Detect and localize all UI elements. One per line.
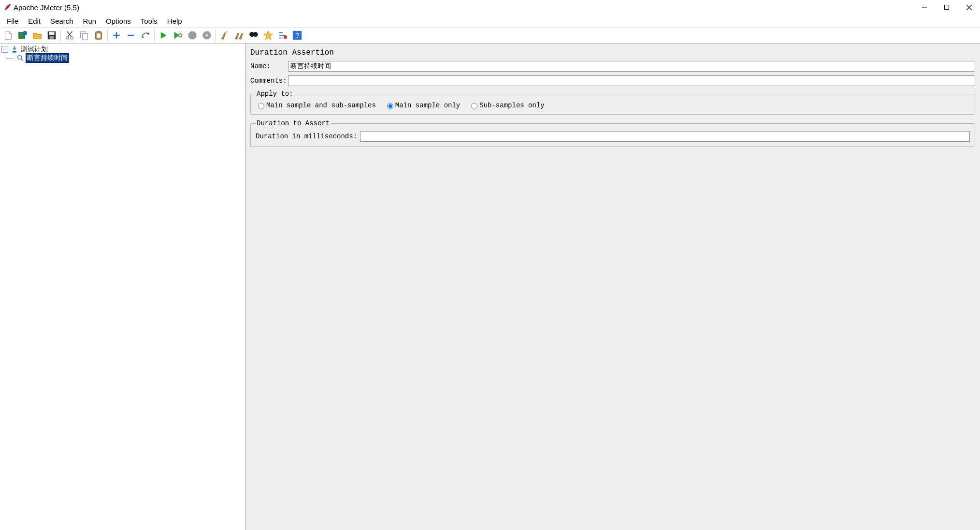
duration-fieldset: Duration to Assert Duration in milliseco… (250, 119, 975, 147)
assertion-icon (16, 54, 25, 62)
close-button[interactable] (958, 0, 980, 15)
save-icon[interactable] (45, 29, 58, 42)
svg-point-22 (142, 36, 144, 38)
duration-label: Duration in milliseconds: (256, 132, 357, 140)
minimize-button[interactable] (913, 0, 936, 15)
duration-legend: Duration to Assert (256, 119, 331, 127)
menu-edit[interactable]: Edit (23, 16, 45, 26)
clear-icon[interactable] (218, 29, 231, 42)
toolbar-separator (60, 29, 61, 41)
duration-row: Duration in milliseconds: (256, 131, 970, 142)
toolbar: ? (0, 27, 980, 44)
menubar: File Edit Search Run Options Tools Help (0, 15, 980, 27)
start-icon[interactable] (157, 29, 170, 42)
apply-to-options: Main sample and sub-samples Main sample … (256, 102, 970, 109)
collapse-icon[interactable]: − (1, 46, 8, 53)
comments-row: Comments: (250, 75, 975, 86)
stop-icon[interactable] (186, 29, 199, 42)
tree-branch-icon (4, 54, 15, 62)
menu-tools[interactable]: Tools (136, 16, 162, 26)
shutdown-icon[interactable] (200, 29, 214, 42)
apply-to-label-0: Main sample and sub-samples (266, 102, 376, 109)
app-feather-icon (4, 3, 12, 11)
tree-root-label[interactable]: 测试计划 (20, 45, 49, 54)
search-icon[interactable] (247, 29, 260, 42)
open-icon[interactable] (30, 29, 44, 42)
start-no-pauses-icon[interactable] (171, 29, 185, 42)
svg-marker-27 (188, 31, 197, 40)
name-label: Name: (250, 62, 288, 70)
apply-to-fieldset: Apply to: Main sample and sub-samples Ma… (250, 90, 975, 115)
svg-rect-8 (49, 32, 55, 35)
main-area: − 测试计划 断言持续时间 Duration Assertion Name: C… (0, 44, 980, 530)
comments-label: Comments: (250, 77, 288, 85)
toolbar-separator (107, 29, 108, 41)
search-reset-icon[interactable] (261, 29, 275, 42)
menu-run[interactable]: Run (78, 16, 101, 26)
comments-input[interactable] (288, 75, 975, 86)
apply-to-radio-0[interactable] (258, 103, 264, 109)
apply-to-label-2: Sub-samples only (479, 102, 544, 109)
svg-rect-18 (97, 33, 100, 38)
name-input[interactable] (288, 61, 975, 72)
templates-icon[interactable] (16, 29, 29, 42)
tree-child-label[interactable]: 断言持续时间 (26, 53, 69, 63)
clear-all-icon[interactable] (232, 29, 246, 42)
apply-to-radio-2[interactable] (471, 103, 477, 109)
apply-to-option-1[interactable]: Main sample only (385, 102, 460, 109)
svg-line-13 (67, 31, 72, 37)
function-helper-icon[interactable] (276, 29, 289, 42)
svg-marker-24 (161, 32, 167, 39)
copy-icon[interactable] (77, 29, 91, 42)
tree-child-row[interactable]: 断言持续时间 (1, 54, 244, 62)
svg-rect-29 (206, 34, 208, 37)
apply-to-label-1: Main sample only (395, 102, 460, 109)
svg-point-26 (179, 34, 182, 37)
svg-point-6 (23, 31, 27, 35)
apply-to-option-0[interactable]: Main sample and sub-samples (256, 102, 376, 109)
paste-icon[interactable] (92, 29, 105, 42)
svg-text:?: ? (295, 31, 299, 39)
titlebar: Apache JMeter (5.5) (0, 0, 980, 15)
svg-point-10 (66, 37, 69, 40)
menu-file[interactable]: File (2, 16, 23, 26)
name-row: Name: (250, 61, 975, 72)
testplan-icon (10, 45, 19, 54)
svg-point-23 (147, 33, 149, 35)
window-title: Apache JMeter (5.5) (14, 3, 913, 12)
add-icon[interactable] (110, 29, 123, 42)
new-icon[interactable] (1, 29, 15, 42)
maximize-button[interactable] (936, 0, 958, 15)
panel-heading: Duration Assertion (250, 48, 975, 57)
menu-options[interactable]: Options (101, 16, 136, 26)
window-controls (913, 0, 980, 15)
tree-panel[interactable]: − 测试计划 断言持续时间 (0, 44, 245, 530)
toolbar-separator (216, 29, 216, 41)
cut-icon[interactable] (63, 29, 76, 42)
svg-point-11 (71, 37, 73, 40)
content-panel: Duration Assertion Name: Comments: Apply… (245, 44, 980, 530)
duration-input[interactable] (360, 131, 970, 142)
help-icon[interactable]: ? (290, 29, 304, 42)
svg-rect-2 (945, 5, 949, 10)
svg-line-12 (68, 31, 72, 37)
svg-rect-17 (97, 31, 100, 33)
tree-root-row[interactable]: − 测试计划 (1, 45, 244, 54)
svg-rect-15 (82, 33, 87, 40)
remove-icon[interactable] (124, 29, 138, 42)
apply-to-legend: Apply to: (256, 90, 294, 98)
svg-rect-39 (13, 51, 16, 53)
toolbar-separator (154, 29, 155, 41)
apply-to-option-2[interactable]: Sub-samples only (469, 102, 544, 109)
menu-help[interactable]: Help (162, 16, 187, 26)
svg-rect-9 (49, 36, 54, 39)
svg-point-36 (284, 35, 287, 39)
svg-line-41 (21, 59, 23, 61)
menu-search[interactable]: Search (45, 16, 78, 26)
enable-disable-icon[interactable] (139, 29, 152, 42)
apply-to-radio-1[interactable] (387, 103, 393, 109)
